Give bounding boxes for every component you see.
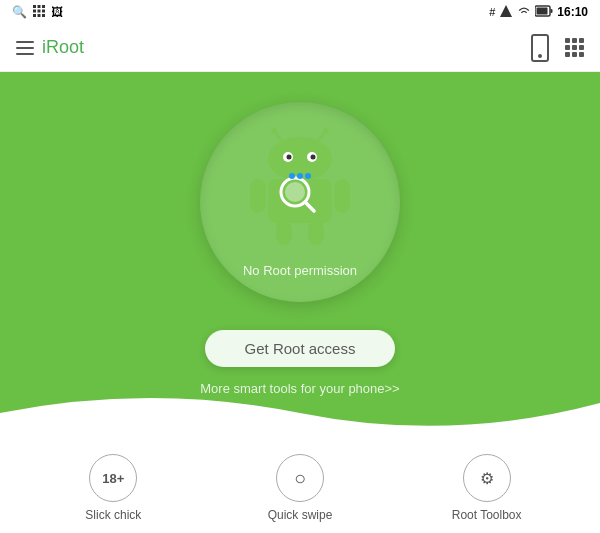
grid-toolbar-icon[interactable] [565, 38, 584, 57]
svg-rect-1 [38, 5, 41, 8]
root-toolbox-label: Root Toolbox [452, 508, 522, 522]
phone-frame: 🔍 🖼 # [0, 0, 600, 533]
svg-point-14 [271, 128, 277, 134]
bottom-item-slick-chick[interactable]: 18+ Slick chick [73, 454, 153, 522]
apps-grid-icon [33, 3, 45, 21]
toolbar-right [531, 34, 584, 62]
robot-circle: No Root permission [200, 102, 400, 302]
quick-swipe-icon: ○ [294, 468, 306, 488]
hamburger-menu-button[interactable] [16, 41, 34, 55]
svg-rect-11 [551, 9, 553, 13]
svg-point-16 [323, 128, 329, 134]
get-root-access-button[interactable]: Get Root access [205, 330, 396, 367]
quick-swipe-icon-circle: ○ [276, 454, 324, 502]
signal-icon [499, 5, 513, 19]
svg-rect-5 [42, 10, 45, 13]
toolbar-left: iRoot [16, 37, 84, 58]
root-toolbox-icon-circle: ⚙ [463, 454, 511, 502]
svg-rect-7 [38, 14, 41, 17]
bottom-bar: 18+ Slick chick ○ Quick swipe ⚙ Root Too… [0, 443, 600, 533]
svg-rect-26 [308, 221, 324, 245]
svg-point-21 [311, 154, 316, 159]
bottom-wave [0, 383, 600, 443]
slick-chick-icon-circle: 18+ [89, 454, 137, 502]
svg-rect-25 [276, 221, 292, 245]
main-content: No Root permission Get Root access More … [0, 72, 600, 443]
svg-rect-2 [42, 5, 45, 8]
status-bar-right: # 16:10 [489, 5, 588, 19]
app-title: iRoot [42, 37, 84, 58]
battery-icon [535, 5, 553, 19]
toolbar: iRoot [0, 24, 600, 72]
search-icon: 🔍 [12, 5, 27, 19]
bottom-item-quick-swipe[interactable]: ○ Quick swipe [260, 454, 340, 522]
svg-rect-6 [33, 14, 36, 17]
svg-point-31 [297, 173, 303, 179]
wifi-icon [517, 5, 531, 19]
image-icon: 🖼 [51, 5, 63, 19]
svg-rect-0 [33, 5, 36, 8]
svg-point-28 [285, 182, 305, 202]
svg-rect-23 [250, 179, 266, 213]
svg-rect-3 [33, 10, 36, 13]
status-bar: 🔍 🖼 # [0, 0, 600, 24]
hash-icon: # [489, 6, 495, 18]
svg-point-30 [289, 173, 295, 179]
svg-rect-4 [38, 10, 41, 13]
slick-chick-label: Slick chick [85, 508, 141, 522]
android-robot [240, 127, 360, 257]
bottom-item-root-toolbox[interactable]: ⚙ Root Toolbox [447, 454, 527, 522]
svg-rect-12 [537, 8, 548, 15]
svg-point-20 [287, 154, 292, 159]
quick-swipe-label: Quick swipe [268, 508, 333, 522]
phone-toolbar-icon[interactable] [531, 34, 549, 62]
svg-marker-9 [500, 5, 512, 17]
no-root-text: No Root permission [243, 263, 357, 278]
root-toolbox-icon: ⚙ [480, 469, 494, 488]
time: 16:10 [557, 5, 588, 19]
slick-chick-icon: 18+ [102, 471, 124, 486]
svg-rect-8 [42, 14, 45, 17]
svg-rect-24 [334, 179, 350, 213]
status-bar-left: 🔍 🖼 [12, 3, 63, 21]
svg-point-32 [305, 173, 311, 179]
